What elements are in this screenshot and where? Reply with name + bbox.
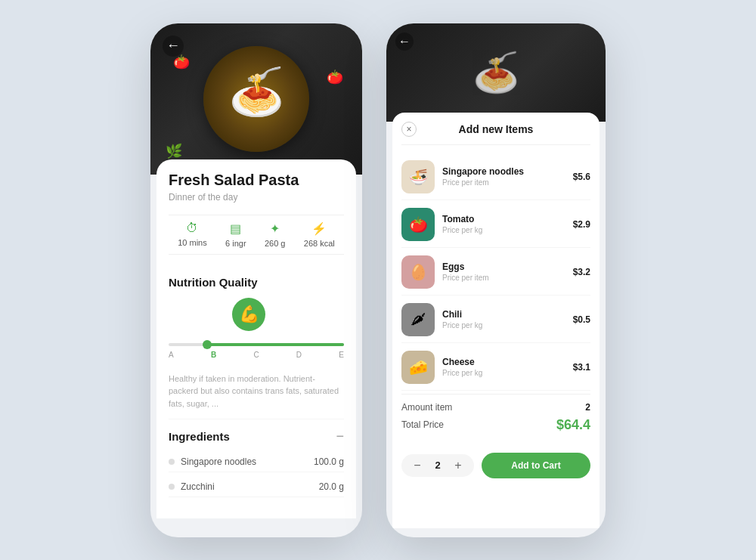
right-phone: ← × Add new Items 🍜 Singapore noodles Pr… [386, 23, 606, 537]
kcal-icon: ⚡ [311, 221, 327, 236]
label-d: D [296, 351, 302, 359]
item-name-cheese: Cheese [442, 357, 573, 367]
item-unit-cheese: Price per kg [442, 369, 573, 377]
add-to-cart-button[interactable]: Add to Cart [482, 453, 590, 478]
item-unit-chili: Price per kg [442, 321, 573, 330]
item-name-chili: Chili [442, 309, 573, 320]
left-phone: 🍅 🍅 🌿 ← Fresh Salad Pasta Dinner of the … [150, 23, 362, 537]
list-item[interactable]: 🥚 Eggs Price per item $3.2 [401, 249, 590, 295]
total-row: Total Price $64.4 [401, 417, 590, 433]
list-item[interactable]: 🧀 Cheese Price per kg $3.1 [401, 345, 590, 391]
item-unit-noodles: Price per item [442, 178, 573, 187]
stat-ingr-value: 6 ingr [225, 239, 246, 248]
slider-thumb [203, 340, 212, 349]
cart-footer: − 2 + Add to Cart [401, 445, 590, 481]
ingredient-row-2: Zucchini 20.0 g [169, 477, 344, 497]
amount-label: Amount item [401, 402, 452, 413]
item-info-eggs: Eggs Price per item [442, 261, 573, 282]
qty-current-value: 2 [432, 459, 444, 471]
ingredients-title: Ingredients [169, 430, 230, 443]
item-thumb-cheese: 🧀 [401, 351, 435, 384]
slider-container[interactable]: A B C D E [169, 337, 344, 365]
item-price-tomato: $2.9 [573, 219, 590, 230]
item-price-noodles: $5.6 [573, 172, 590, 182]
stat-ingr: ▤ 6 ingr [225, 221, 246, 248]
list-item[interactable]: 🍜 Singapore noodles Price per item $5.6 [401, 154, 590, 200]
item-unit-tomato: Price per kg [442, 226, 573, 234]
slider-fill [207, 343, 344, 346]
nutrition-title: Nutrition Quality [169, 276, 344, 289]
item-name-tomato: Tomato [442, 214, 573, 224]
stat-weight: ✦ 260 g [265, 221, 286, 248]
item-price-cheese: $3.1 [573, 362, 590, 373]
list-item[interactable]: 🌶 Chili Price per kg $0.5 [401, 297, 590, 343]
back-button-left[interactable]: ← [163, 36, 184, 57]
ingredient-name-1: Singapore noodles [169, 456, 256, 467]
ingredient-row: Singapore noodles 100.0 g [169, 452, 344, 472]
modal-close-button[interactable]: × [401, 122, 417, 137]
item-info-tomato: Tomato Price per kg [442, 214, 573, 234]
stats-row: ⏱ 10 mins ▤ 6 ingr ✦ 260 g ⚡ 268 kcal [169, 215, 344, 255]
item-unit-eggs: Price per item [442, 274, 573, 282]
amount-row: Amount item 2 [401, 402, 590, 413]
modal-title: Add new Items [417, 123, 575, 135]
item-info-cheese: Cheese Price per kg [442, 357, 573, 377]
quantity-control: − 2 + [401, 454, 474, 477]
stat-weight-value: 260 g [265, 239, 286, 248]
muscle-icon-container: 💪 [169, 298, 344, 331]
slider-track [169, 343, 344, 346]
left-phone-content: Fresh Salad Pasta Dinner of the day ⏱ 10… [156, 159, 356, 519]
ingr-icon: ▤ [230, 221, 241, 236]
ingredients-section: Ingredients − Singapore noodles 100.0 g [169, 419, 344, 506]
deco-herb: 🌿 [166, 143, 182, 159]
item-thumb-tomato: 🍅 [401, 208, 435, 241]
ingredient-dot-2 [169, 484, 175, 490]
item-thumb-noodles: 🍜 [401, 160, 435, 193]
modal-header: × Add new Items [401, 122, 590, 145]
ingredient-name-2: Zucchini [169, 481, 215, 492]
ingredient-dot-1 [169, 459, 175, 465]
stat-kcal: ⚡ 268 kcal [304, 221, 335, 248]
dish-subtitle: Dinner of the day [169, 192, 344, 203]
ingredients-list: Singapore noodles 100.0 g Zucchini 20.0 … [169, 452, 344, 497]
stat-time: ⏱ 10 mins [178, 221, 207, 248]
ingredient-amount-1: 100.0 g [314, 456, 344, 467]
modal-content: × Add new Items 🍜 Singapore noodles Pric… [392, 113, 600, 528]
time-icon: ⏱ [186, 221, 198, 235]
right-phone-inner: ← × Add new Items 🍜 Singapore noodles Pr… [386, 23, 606, 537]
item-info-noodles: Singapore noodles Price per item [442, 166, 573, 187]
nutrition-desc: Healthy if taken in moderation. Nutrient… [169, 373, 344, 410]
muscle-emoji: 💪 [239, 305, 259, 324]
item-price-chili: $0.5 [573, 314, 590, 325]
stat-time-value: 10 mins [178, 238, 207, 247]
nutrition-section: Nutrition Quality 💪 A B C D [169, 267, 344, 419]
qty-plus-button[interactable]: + [451, 459, 465, 472]
food-image-right: ← [386, 23, 606, 122]
total-price: $64.4 [556, 417, 590, 433]
item-price-eggs: $3.2 [573, 267, 590, 277]
qty-minus-button[interactable]: − [411, 459, 424, 472]
deco-tomato2: 🍅 [327, 69, 343, 85]
ingredients-toggle[interactable]: − [336, 429, 344, 444]
item-info-chili: Chili Price per kg [442, 309, 573, 330]
app-container: 🍅 🍅 🌿 ← Fresh Salad Pasta Dinner of the … [0, 1, 756, 560]
item-thumb-chili: 🌶 [401, 303, 435, 336]
stat-kcal-value: 268 kcal [304, 239, 335, 248]
item-name-eggs: Eggs [442, 261, 573, 272]
total-label: Total Price [401, 419, 444, 430]
food-image-left: 🍅 🍅 🌿 ← [150, 23, 362, 175]
ingredients-header: Ingredients − [169, 429, 344, 444]
label-a: A [169, 351, 174, 359]
amount-value: 2 [585, 402, 590, 413]
list-item[interactable]: 🍅 Tomato Price per kg $2.9 [401, 202, 590, 248]
ingredient-amount-2: 20.0 g [319, 481, 344, 492]
label-c: C [253, 351, 259, 359]
item-name-noodles: Singapore noodles [442, 166, 573, 177]
label-b: B [211, 351, 216, 359]
label-e: E [339, 351, 344, 359]
item-list: 🍜 Singapore noodles Price per item $5.6 … [401, 154, 590, 391]
slider-labels: A B C D E [169, 351, 344, 359]
back-button-right[interactable]: ← [395, 32, 414, 51]
weight-icon: ✦ [270, 221, 280, 236]
order-summary: Amount item 2 Total Price $64.4 [401, 394, 590, 445]
